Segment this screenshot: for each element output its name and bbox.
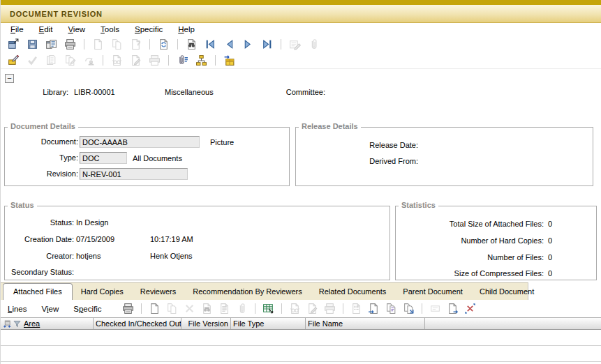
rotate-current-icon[interactable] — [158, 38, 170, 50]
column-header-area[interactable]: Area — [1, 318, 94, 329]
filter-icon[interactable] — [13, 319, 22, 328]
tab-parent-document[interactable]: Parent Document — [394, 283, 471, 300]
column-header-checked-in-checked-out[interactable]: Checked In/Checked Out — [94, 318, 181, 329]
toolbar-separator — [103, 55, 103, 66]
creation-date-value: 07/15/2009 — [76, 235, 114, 243]
tab-strip: Attached FilesHard CopiesReviewersRecomm… — [1, 282, 528, 300]
secondary-status-label: Secondary Status: — [6, 268, 74, 276]
toolbar-separator — [215, 55, 216, 66]
menu-file[interactable]: File — [10, 25, 24, 33]
attachment-icon — [308, 38, 320, 50]
find-line-icon — [201, 303, 213, 314]
menubar: FileEditViewToolsSpecificHelp — [1, 23, 601, 36]
sort-columns-icon[interactable] — [3, 319, 12, 328]
tabs-row: Attached FilesHard CopiesReviewersRecomm… — [1, 282, 601, 300]
find-icon[interactable] — [186, 38, 198, 50]
first-record-icon[interactable] — [205, 38, 216, 50]
creator-name: Henk Otjens — [150, 252, 193, 260]
form-toolbar — [1, 52, 601, 69]
insert-grid-icon[interactable] — [262, 303, 274, 314]
export-line-icon[interactable] — [447, 303, 459, 314]
unlink-icon[interactable] — [464, 303, 476, 314]
creation-date-label: Creation Date: — [6, 235, 74, 243]
check-in-out-icon[interactable] — [223, 54, 235, 66]
save-icon[interactable] — [27, 38, 38, 50]
line-text-icon — [218, 303, 230, 314]
revision-label: Revision: — [8, 169, 78, 178]
duplicate-icon — [111, 38, 123, 50]
save-new-icon[interactable] — [45, 38, 57, 50]
document-input[interactable] — [80, 136, 200, 148]
column-header-file-type[interactable]: File Type — [231, 318, 306, 329]
document-label: Document: — [8, 137, 78, 146]
status-group: Status Status: In Design Creation Date: … — [4, 206, 390, 280]
lines-menu-lines[interactable]: Lines — [8, 305, 27, 313]
menu-edit[interactable]: Edit — [39, 25, 53, 33]
copy-line-icon — [166, 303, 178, 314]
library-label: Library: — [13, 88, 68, 96]
tab-recommendation-by-reviewers[interactable]: Recommendation By Reviewers — [184, 283, 311, 300]
last-record-icon[interactable] — [261, 38, 273, 50]
toolbar-separator — [84, 39, 84, 50]
lines-menu: LinesViewSpecific — [8, 305, 117, 313]
derived-from-label: Derived From: — [306, 157, 418, 165]
tab-related-documents[interactable]: Related Documents — [311, 283, 395, 300]
status-value: In Design — [76, 218, 108, 227]
stat-attached-size-label: Total Size of Attached Files: — [399, 220, 544, 228]
tab-attached-files[interactable]: Attached Files — [3, 283, 73, 300]
delete-line-icon — [184, 303, 195, 314]
type-input[interactable] — [80, 152, 127, 164]
undo-checkout-icon — [83, 54, 95, 66]
release-details-legend: Release Details — [299, 122, 361, 130]
approve-icon — [27, 54, 38, 66]
grid-empty-row — [1, 346, 601, 362]
lines-toolbar — [119, 303, 479, 314]
form-area: − Library: LIBR-00001 Miscellaneous Comm… — [1, 70, 601, 282]
line-attachment-icon — [236, 303, 248, 314]
properties-icon — [429, 303, 441, 314]
column-header-file-name[interactable]: File Name — [306, 318, 425, 329]
print-icon[interactable] — [64, 38, 76, 50]
tab-reviewers[interactable]: Reviewers — [132, 283, 184, 300]
paste-row-icon[interactable] — [403, 303, 415, 314]
next-record-icon[interactable] — [242, 38, 254, 50]
stat-compressed-size-value: 0 — [548, 269, 552, 278]
document-details-legend: Document Details — [8, 122, 78, 130]
stat-hard-copies-value: 0 — [548, 236, 552, 245]
window-accent-strip — [1, 0, 601, 5]
committee-label: Committee: — [269, 88, 325, 96]
menu-specific[interactable]: Specific — [135, 25, 163, 33]
edit-text-icon — [289, 38, 301, 50]
document-structure-icon[interactable] — [195, 54, 207, 66]
prev-record-icon[interactable] — [223, 38, 235, 50]
creator-login: hotjens — [76, 252, 101, 260]
toolbar-separator — [149, 39, 150, 50]
revision-input[interactable] — [80, 168, 188, 180]
lines-menu-view[interactable]: View — [42, 305, 59, 313]
save-exit-icon[interactable] — [8, 38, 20, 50]
insert-row-icon[interactable] — [368, 303, 380, 314]
view-line-icon — [289, 303, 301, 314]
menu-tools[interactable]: Tools — [101, 25, 119, 33]
print-lines-icon[interactable] — [122, 303, 134, 314]
window-title: DOCUMENT REVISION — [10, 10, 103, 18]
lines-menu-specific[interactable]: Specific — [73, 305, 101, 313]
titlebar: DOCUMENT REVISION — [1, 5, 601, 23]
collapse-button[interactable]: − — [5, 74, 14, 83]
statistics-group: Statistics Total Size of Attached Files:… — [395, 206, 597, 280]
column-header-empty — [425, 318, 601, 329]
attached-files-icon[interactable] — [177, 54, 188, 66]
menu-help[interactable]: Help — [178, 25, 195, 33]
toolbar-separator — [281, 303, 282, 314]
column-header-file-version[interactable]: File Version — [181, 318, 231, 329]
tab-hard-copies[interactable]: Hard Copies — [73, 283, 132, 300]
edit-details-icon — [130, 54, 142, 66]
new-line-icon[interactable] — [149, 303, 161, 314]
tab-child-document[interactable]: Child Document — [471, 283, 542, 300]
duplicate-row-icon[interactable] — [385, 303, 397, 314]
status-label: Status: — [6, 218, 74, 227]
modify-icon[interactable] — [8, 54, 20, 66]
status-legend: Status — [8, 201, 37, 209]
line-list-icon — [350, 303, 362, 314]
menu-view[interactable]: View — [68, 25, 85, 33]
